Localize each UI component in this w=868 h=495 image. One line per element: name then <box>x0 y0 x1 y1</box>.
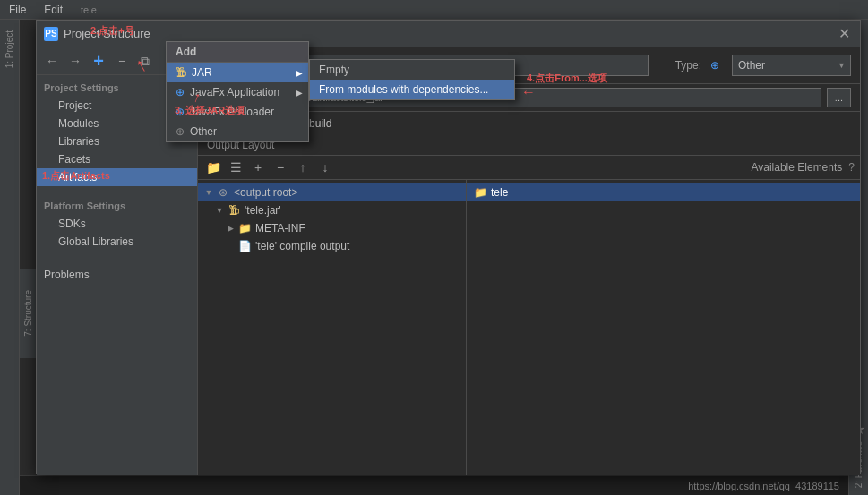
dialog-title-bar: PS Project Structure ✕ <box>37 21 860 47</box>
url-label: https://blog.csdn.net/qq_43189115 <box>688 481 839 491</box>
path-browse-button[interactable]: ... <box>827 88 851 107</box>
fx-pre-label: JavaFx Preloader <box>190 106 274 118</box>
project-sidebar: 1: Project <box>0 20 20 495</box>
folder-icon-meta: 📁 <box>237 221 252 235</box>
tree-node-meta-inf[interactable]: ▶ 📁 META-INF <box>198 219 466 237</box>
tb-add-btn[interactable]: + <box>248 158 268 177</box>
sidebar-item-sdks[interactable]: SDKs <box>37 215 197 233</box>
fx-app-arrow: ▶ <box>296 88 303 98</box>
output-root-label: <output root> <box>234 186 297 199</box>
jar-icon-menu: 🗜 <box>176 66 186 79</box>
nav-back-button[interactable]: ← <box>42 51 62 71</box>
dropdown-javafx-preloader[interactable]: ⊕ JavaFx Preloader <box>167 102 308 122</box>
jar-icon: 🗜 <box>227 203 241 218</box>
file-icon-compile: 📄 <box>237 239 252 253</box>
type-select[interactable]: OtherJARJavaFx ApplicationJavaFx Preload… <box>732 55 851 76</box>
two-pane: ▼ ⊛ <output root> ▼ 🗜 'tele.jar' ▶ 📁 <box>198 180 860 475</box>
tree-node-tele-jar[interactable]: ▼ 🗜 'tele.jar' <box>198 201 466 219</box>
fx-app-label: JavaFx Application <box>190 86 279 98</box>
jar-submenu-arrow: ▶ <box>296 68 303 78</box>
copy-button[interactable]: ⧉ <box>135 51 155 71</box>
arrow-tele-jar: ▼ <box>214 205 225 216</box>
type-label: Type: <box>675 59 701 72</box>
bottom-bar: https://blog.csdn.net/qq_43189115 <box>20 475 848 495</box>
submenu: Empty From modules with dependencies... <box>309 59 515 100</box>
arrow-output-root: ▼ <box>203 187 214 198</box>
compile-output-label: 'tele' compile output <box>255 240 349 252</box>
dropdown-header: Add <box>167 42 308 63</box>
other-label: Other <box>190 125 217 138</box>
fx-app-icon: ⊕ <box>176 86 185 98</box>
dropdown-javafx-app[interactable]: ⊕ JavaFx Application ▶ <box>167 82 308 102</box>
avail-item-tele[interactable]: 📁 tele <box>467 183 860 201</box>
dropdown-menu: Add 🗜 JAR ▶ ⊕ JavaFx Application ▶ ⊕ Jav… <box>166 41 309 142</box>
dropdown-jar[interactable]: 🗜 JAR ▶ <box>167 63 308 82</box>
sidebar-item-artifacts[interactable]: Artifacts <box>37 168 197 186</box>
submenu-from-modules[interactable]: From modules with dependencies... <box>310 80 514 99</box>
structure-label: 7: Structure <box>23 290 33 337</box>
ide-project-label: tele <box>81 4 97 15</box>
problems-item[interactable]: Problems <box>37 265 197 285</box>
remove-button[interactable]: − <box>112 51 132 71</box>
tb-folder-btn[interactable]: 📁 <box>203 158 223 177</box>
jar-label: JAR <box>192 66 212 79</box>
tree-pane: ▼ ⊛ <output root> ▼ 🗜 'tele.jar' ▶ 📁 <box>198 180 467 475</box>
avail-help-icon[interactable]: ? <box>848 161 855 174</box>
dialog-title: Project Structure <box>64 27 150 40</box>
menu-edit[interactable]: Edit <box>39 2 68 18</box>
nav-fwd-button[interactable]: → <box>65 51 85 71</box>
output-root-icon: ⊛ <box>216 185 230 200</box>
ide-menubar: File Edit tele <box>0 0 868 20</box>
other-icon: ⊕ <box>176 125 185 138</box>
dropdown-other[interactable]: ⊕ Other <box>167 122 308 141</box>
menu-file[interactable]: File <box>4 2 31 18</box>
avail-tele-label: tele <box>491 186 508 199</box>
sidebar-item-facets[interactable]: Facets <box>37 150 197 168</box>
tree-node-output-root[interactable]: ▼ ⊛ <output root> <box>198 183 466 201</box>
tb-minus-btn[interactable]: − <box>271 158 290 177</box>
type-select-wrapper: OtherJARJavaFx ApplicationJavaFx Preload… <box>732 55 851 76</box>
avail-pane: 📁 tele <box>467 180 860 475</box>
project-sidebar-label: 1: Project <box>4 30 14 68</box>
available-elements-label: Available Elements <box>751 161 842 174</box>
folder-icon-tele: 📁 <box>474 186 487 199</box>
tree-node-compile-output[interactable]: ▶ 📄 'tele' compile output <box>198 237 466 255</box>
structure-sidebar: 7: Structure <box>20 269 36 358</box>
close-button[interactable]: ✕ <box>835 25 853 43</box>
arrow-meta-inf: ▶ <box>225 223 236 234</box>
tb-list-btn[interactable]: ☰ <box>226 158 245 177</box>
fx-pre-icon: ⊕ <box>176 106 185 118</box>
add-artifact-button[interactable]: + <box>89 51 108 71</box>
meta-inf-label: META-INF <box>255 222 305 235</box>
platform-settings-header: Platform Settings <box>37 193 197 215</box>
tele-jar-label: 'tele.jar' <box>245 204 281 217</box>
tb-up-btn[interactable]: ↑ <box>293 158 313 177</box>
sidebar-item-global-libraries[interactable]: Global Libraries <box>37 233 197 251</box>
tb-dn-btn[interactable]: ↓ <box>315 158 335 177</box>
dialog-icon: PS <box>44 27 58 41</box>
problems-label: Problems <box>44 269 90 281</box>
submenu-empty[interactable]: Empty <box>310 60 514 80</box>
type-icon: ⊕ <box>710 59 719 72</box>
output-toolbar: 📁 ☰ + − ↑ ↓ Available Elements ? <box>198 156 860 180</box>
